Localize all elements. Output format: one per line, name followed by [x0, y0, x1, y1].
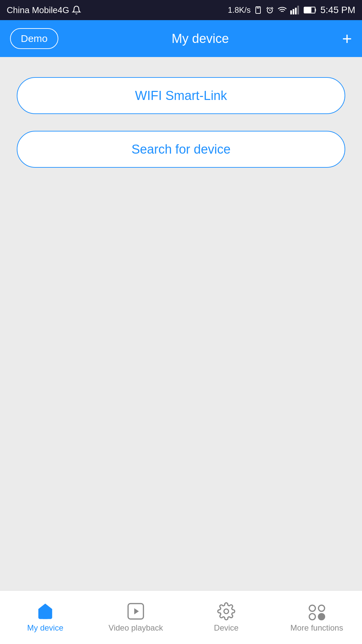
- gear-icon: [216, 602, 236, 621]
- svg-rect-7: [295, 8, 297, 14]
- status-left: China Mobile4G: [7, 5, 81, 15]
- search-device-button[interactable]: Search for device: [17, 131, 345, 168]
- wifi-smart-link-button[interactable]: WIFI Smart-Link: [17, 77, 345, 114]
- sim-icon: [254, 6, 262, 14]
- svg-rect-6: [293, 9, 294, 14]
- svg-point-16: [309, 613, 315, 620]
- signal-icon: [290, 6, 300, 14]
- svg-point-14: [309, 605, 315, 611]
- svg-rect-8: [297, 6, 299, 14]
- page-title: My device: [172, 32, 229, 46]
- status-right: 1.8K/s: [228, 5, 355, 15]
- status-bar: China Mobile4G 1.8K/s: [0, 0, 362, 20]
- nav-label-more-functions: More functions: [290, 623, 343, 633]
- demo-button[interactable]: Demo: [10, 28, 58, 49]
- nav-label-video-playback: Video playback: [109, 623, 163, 633]
- svg-point-13: [224, 609, 229, 614]
- home-icon: [35, 602, 55, 621]
- nav-item-more-functions[interactable]: More functions: [272, 602, 362, 633]
- speed-text: 1.8K/s: [228, 5, 251, 15]
- add-device-button[interactable]: +: [342, 30, 352, 47]
- video-playback-icon: [126, 602, 146, 621]
- battery-icon: [304, 6, 317, 14]
- time-text: 5:45 PM: [320, 5, 355, 15]
- more-functions-icon: [306, 602, 328, 621]
- nav-label-my-device: My device: [27, 623, 63, 633]
- notification-icon: [72, 5, 81, 15]
- carrier-text: China Mobile4G: [7, 5, 69, 15]
- svg-point-15: [318, 605, 324, 611]
- svg-rect-10: [304, 7, 311, 13]
- nav-item-video-playback[interactable]: Video playback: [90, 602, 181, 633]
- svg-marker-12: [134, 608, 139, 614]
- main-content: WIFI Smart-Link Search for device: [0, 57, 362, 590]
- top-nav: Demo My device +: [0, 20, 362, 57]
- nav-item-my-device[interactable]: My device: [0, 602, 90, 633]
- wifi-icon: [278, 5, 287, 15]
- nav-label-device: Device: [214, 623, 238, 633]
- nav-item-device[interactable]: Device: [181, 602, 272, 633]
- svg-point-17: [318, 613, 324, 620]
- alarm-icon: [265, 6, 274, 14]
- bottom-nav: My device Video playback Device More fun…: [0, 590, 362, 644]
- svg-rect-5: [290, 10, 292, 14]
